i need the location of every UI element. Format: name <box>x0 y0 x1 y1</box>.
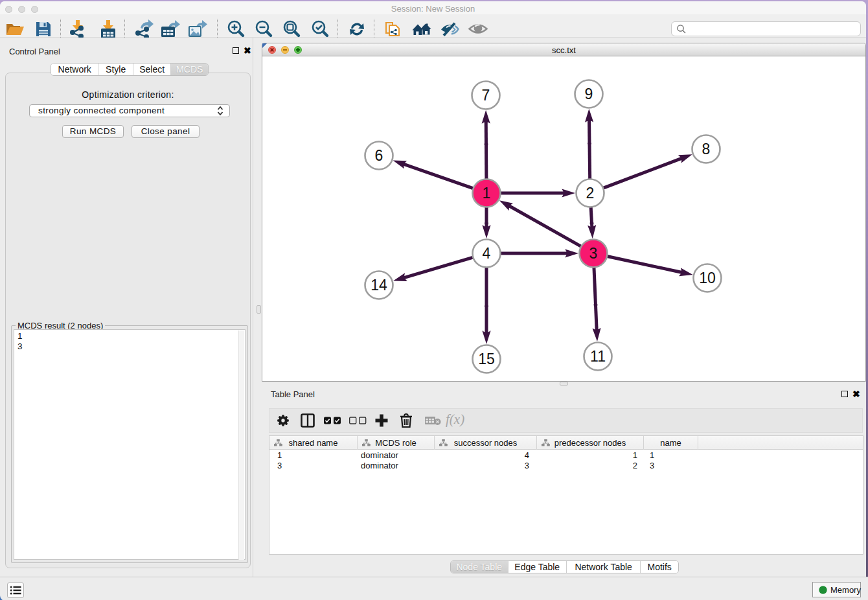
svg-text:3: 3 <box>589 245 598 262</box>
svg-text:2: 2 <box>586 185 595 202</box>
svg-text:14: 14 <box>371 277 387 294</box>
svg-text:9: 9 <box>585 86 593 102</box>
svg-text:11: 11 <box>590 348 606 365</box>
svg-text:6: 6 <box>375 147 383 164</box>
svg-text:7: 7 <box>482 87 490 104</box>
svg-text:1: 1 <box>483 185 491 202</box>
svg-text:15: 15 <box>478 351 495 367</box>
svg-text:10: 10 <box>699 270 716 286</box>
svg-text:8: 8 <box>702 141 711 157</box>
svg-text:4: 4 <box>483 245 491 262</box>
